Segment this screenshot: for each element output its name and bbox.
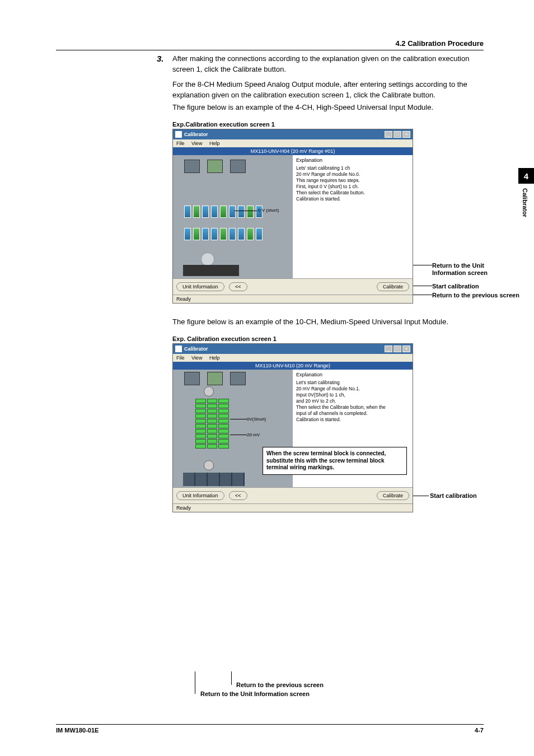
- calibrator-window-2: Calibrator _ □ × File View Help: [172, 343, 413, 512]
- status-bar: Ready: [173, 295, 413, 303]
- explanation-title: Explanation: [296, 372, 409, 377]
- exp-line: 20 mV Range of module No.0.: [296, 171, 409, 178]
- chapter-label: Calibrator: [522, 184, 528, 217]
- exp-line: First, input 0 V (short) to 1 ch.: [296, 184, 409, 190]
- figure2-caption: Exp. Calibration execution screen 1: [172, 335, 478, 342]
- exp-line: Lets' start calibrating 1 ch: [296, 165, 409, 171]
- step-number: 3.: [157, 54, 172, 512]
- exp-line: Calibration is started.: [296, 196, 409, 202]
- menubar: File View Help: [173, 354, 413, 362]
- figure1-caption: Exp.Calibration execution screen 1: [172, 121, 478, 128]
- exp-line: Then select the Calibrate button, when t…: [296, 404, 409, 410]
- close-icon[interactable]: ×: [402, 346, 410, 352]
- figure1-block: Calibrator _ □ × File View Help: [172, 129, 478, 304]
- page-number: 4-7: [475, 727, 484, 734]
- step-text-3: The figure below is an example of the 4-…: [172, 102, 478, 113]
- menu-help[interactable]: Help: [209, 141, 220, 146]
- step-text-1: After making the connections according t…: [172, 54, 478, 75]
- chapter-tab: 4 Calibrator: [518, 168, 534, 217]
- back-button[interactable]: <<: [229, 282, 247, 291]
- menu-file[interactable]: File: [176, 355, 185, 361]
- exp-line: Let's start calibrating: [296, 380, 409, 386]
- page-footer: IM MW180-01E 4-7: [56, 724, 484, 734]
- module-range-bar: MX110-UNV-H04 (20 mV Range #01): [173, 147, 413, 155]
- mv-label: 20 mV: [230, 432, 260, 437]
- close-icon[interactable]: ×: [402, 131, 410, 138]
- menu-help[interactable]: Help: [209, 355, 220, 361]
- callout-start-calibration-2: Start calibration: [430, 492, 477, 499]
- callout-start-calibration: Start calibration: [432, 283, 479, 290]
- header-rule: [56, 50, 484, 50]
- calibrate-button[interactable]: Calibrate: [377, 491, 409, 500]
- callout-unit-info: Return to the UnitInformation screen: [432, 262, 488, 277]
- titlebar: Calibrator _ □ ×: [173, 344, 413, 354]
- calibrator-window-1: Calibrator _ □ × File View Help: [172, 129, 413, 304]
- overlay-note: When the screw terminal block is connect…: [263, 447, 407, 475]
- menu-file[interactable]: File: [176, 141, 185, 146]
- unit-information-button[interactable]: Unit Information: [176, 282, 224, 291]
- menu-view[interactable]: View: [191, 141, 202, 146]
- app-icon: [175, 131, 182, 138]
- app-icon: [175, 346, 182, 352]
- chapter-number: 4: [518, 168, 534, 184]
- window-title: Calibrator: [184, 346, 385, 352]
- window-title: Calibrator: [184, 132, 385, 137]
- callout-return-previous: Return to the previous screen: [432, 292, 519, 298]
- exp-line: Input 0V(Short) to 1 ch,: [296, 392, 409, 398]
- minimize-icon[interactable]: _: [385, 346, 392, 352]
- titlebar: Calibrator _ □ ×: [173, 129, 413, 139]
- exp-line: This range requires two steps.: [296, 178, 409, 184]
- module-range-bar: MX110-UNV-M10 (20 mV Range): [173, 362, 413, 370]
- menu-view[interactable]: View: [191, 355, 202, 361]
- short-label: 0 V (short): [235, 208, 279, 213]
- maximize-icon[interactable]: □: [394, 346, 401, 352]
- doc-id: IM MW180-01E: [56, 727, 99, 734]
- unit-information-button[interactable]: Unit Information: [176, 491, 224, 500]
- short-label-2: 0V(Short): [230, 417, 266, 422]
- minimize-icon[interactable]: _: [385, 131, 392, 138]
- callout-return-previous-2: Return to the previous screen: [236, 682, 324, 688]
- page-header-section: 4.2 Calibration Procedure: [56, 39, 484, 50]
- calibrate-button[interactable]: Calibrate: [377, 282, 409, 291]
- figure2-block: Calibrator _ □ × File View Help: [172, 343, 478, 512]
- exp-line: 20 mV Range of module No.1.: [296, 386, 409, 392]
- menubar: File View Help: [173, 139, 413, 147]
- explanation-title: Explanation: [296, 157, 409, 163]
- module-diagram: 0 V (short): [173, 155, 293, 278]
- back-button[interactable]: <<: [229, 491, 247, 500]
- exp-line: Then select the Calibrate button.: [296, 190, 409, 196]
- exp-line: Calibration is started.: [296, 417, 409, 423]
- callout-return-unit-info-2: Return to the Unit Information screen: [200, 690, 310, 697]
- step-text-2: For the 8-CH Medium Speed Analog Output …: [172, 80, 478, 101]
- mid-paragraph: The figure below is an example of the 10…: [172, 317, 478, 328]
- exp-line: input of all channels is completed.: [296, 410, 409, 417]
- exp-line: and 20 mV to 2 ch.: [296, 398, 409, 404]
- status-bar: Ready: [173, 503, 413, 512]
- maximize-icon[interactable]: □: [394, 131, 401, 138]
